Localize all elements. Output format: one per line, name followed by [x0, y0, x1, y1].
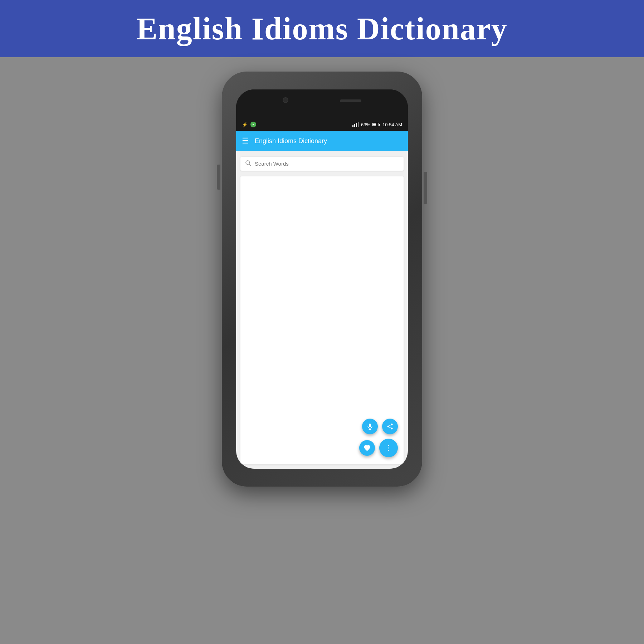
phone-device: ⚡ 63% — [222, 72, 422, 487]
status-left-icons: ⚡ — [242, 122, 256, 127]
svg-line-9 — [389, 425, 391, 426]
battery-icon — [372, 123, 380, 126]
volume-button-right — [424, 172, 427, 204]
status-right-info: 63% 10:54 AM — [352, 122, 402, 127]
top-banner: English Idioms Dictionary — [0, 0, 644, 57]
svg-point-13 — [388, 450, 389, 451]
banner-title: English Idioms Dictionary — [136, 11, 508, 47]
fab-row-bottom — [359, 439, 398, 457]
favorite-button[interactable] — [359, 440, 375, 456]
time-display: 10:54 AM — [382, 122, 402, 127]
battery-percent-text: 63% — [361, 122, 370, 127]
svg-point-6 — [391, 424, 393, 425]
signal-icon — [352, 122, 359, 127]
background-area: ⚡ 63% — [0, 57, 644, 644]
toolbar-title: English Idioms Dictionary — [255, 137, 327, 145]
app-content: ☰ English Idioms Dictionary — [236, 131, 408, 469]
search-bar[interactable] — [240, 157, 404, 171]
svg-point-12 — [388, 448, 389, 449]
green-status-icon — [250, 122, 256, 127]
status-bar: ⚡ 63% — [236, 118, 408, 131]
phone-top-hardware — [236, 89, 408, 118]
svg-line-2 — [249, 164, 250, 165]
svg-line-10 — [389, 427, 391, 428]
speaker — [340, 99, 361, 102]
menu-icon[interactable]: ☰ — [242, 136, 249, 146]
content-area — [240, 176, 404, 464]
more-options-button[interactable] — [379, 439, 398, 457]
fab-row-top — [362, 419, 398, 434]
search-icon — [245, 160, 251, 168]
front-camera — [283, 97, 288, 103]
svg-point-11 — [388, 445, 389, 446]
search-input[interactable] — [255, 161, 399, 167]
volume-button-left — [217, 165, 220, 190]
svg-point-8 — [391, 428, 393, 429]
phone-screen: ⚡ 63% — [236, 89, 408, 469]
share-button[interactable] — [382, 419, 398, 434]
mic-button[interactable] — [362, 419, 378, 434]
app-toolbar: ☰ English Idioms Dictionary — [236, 131, 408, 151]
svg-point-7 — [387, 426, 389, 428]
fab-container — [359, 419, 398, 457]
usb-icon: ⚡ — [242, 122, 248, 127]
svg-rect-3 — [369, 424, 371, 427]
